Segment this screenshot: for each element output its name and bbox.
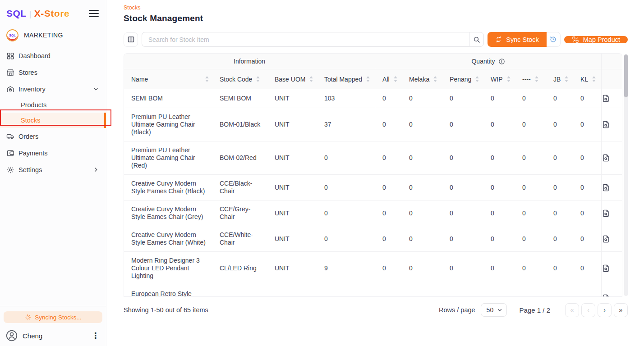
hamburger-menu-icon[interactable] — [89, 10, 99, 17]
view-stock-button[interactable] — [601, 285, 622, 297]
file-search-icon — [602, 183, 610, 192]
map-product-icon — [572, 36, 579, 43]
column-header-total-mapped: Total Mapped — [317, 69, 375, 89]
base-uom-cell: UNIT — [267, 108, 317, 141]
sort-icon[interactable] — [394, 76, 397, 82]
quantity-cell: 0 — [573, 89, 601, 108]
sidebar-item-dashboard[interactable]: Dashboard — [0, 47, 106, 64]
sort-icon[interactable] — [309, 76, 313, 82]
sidebar-item-label: Orders — [18, 133, 99, 140]
quantity-cell: 0 — [546, 252, 573, 285]
sidebar-item-stocks[interactable]: Stocks — [0, 113, 106, 128]
quantity-cell: 0 — [375, 200, 402, 226]
sidebar-nav: Dashboard Stores Inventory Products Stoc… — [0, 47, 106, 178]
quantity-cell: 0 — [402, 252, 442, 285]
sql-logo-text: SQL — [6, 8, 27, 19]
view-stock-button[interactable] — [601, 141, 622, 175]
sidebar-item-label: Stocks — [21, 117, 41, 124]
map-product-label: Map Product — [583, 36, 620, 43]
sync-stock-button[interactable]: Sync Stock — [488, 32, 547, 47]
rows-per-page-select[interactable]: 50 — [481, 303, 507, 317]
quantity-cell: 0 — [546, 108, 573, 141]
breadcrumb[interactable]: Stocks — [124, 5, 628, 11]
sidebar-item-products[interactable]: Products — [0, 97, 106, 113]
table-row: European Retro Style Table — [124, 285, 622, 297]
info-icon[interactable] — [498, 58, 505, 65]
column-header-jb: JB — [546, 69, 573, 89]
vertical-scrollbar-track[interactable] — [624, 54, 628, 296]
user-name: Cheng — [23, 332, 86, 340]
map-product-button[interactable]: Map Product — [564, 36, 628, 43]
stock-code-cell: BOM-01/Black — [212, 108, 267, 141]
view-stock-button[interactable] — [601, 200, 622, 226]
quantity-cell: 0 — [402, 175, 442, 200]
search-input[interactable] — [142, 32, 469, 47]
x-store-logo-text: X-Store — [34, 8, 69, 19]
sidebar-item-settings[interactable]: Settings — [0, 161, 106, 178]
quantity-cell: 0 — [442, 108, 483, 141]
vertical-scrollbar-thumb[interactable] — [624, 55, 628, 97]
quantity-cell: 0 — [573, 141, 601, 175]
sync-history-button[interactable] — [547, 32, 561, 47]
table-row: Premium PU Leather Ultimate Gaming Chair… — [124, 108, 622, 141]
column-header-penang: Penang — [442, 69, 483, 89]
quantity-cell — [483, 285, 515, 297]
base-uom-cell: UNIT — [267, 252, 317, 285]
sort-icon[interactable] — [565, 76, 568, 82]
quantity-cell: 0 — [375, 89, 402, 108]
chevron-right-icon — [93, 167, 99, 173]
sort-icon[interactable] — [433, 76, 437, 82]
sidebar-item-label: Inventory — [18, 86, 89, 93]
sort-icon[interactable] — [366, 76, 370, 82]
file-search-icon — [602, 264, 610, 273]
pagination-next-button[interactable]: › — [598, 303, 612, 317]
quantity-cell: 0 — [442, 175, 483, 200]
total-mapped-cell: 37 — [317, 108, 375, 141]
quantity-cell — [402, 285, 442, 297]
pagination-first-button[interactable]: « — [565, 303, 579, 317]
sync-stock-group: Sync Stock — [488, 32, 561, 47]
table-row: Premium PU Leather Ultimate Gaming Chair… — [124, 141, 622, 175]
rows-per-page-value: 50 — [487, 306, 494, 314]
sort-icon[interactable] — [592, 76, 596, 82]
column-settings-button[interactable] — [124, 32, 138, 47]
sort-icon[interactable] — [256, 76, 260, 82]
sidebar-item-label: Stores — [18, 69, 99, 76]
sort-icon[interactable] — [535, 76, 538, 82]
sidebar-item-payments[interactable]: Payments — [0, 145, 106, 161]
quantity-cell: 0 — [515, 175, 546, 200]
sidebar-item-label: Payments — [18, 150, 99, 157]
view-stock-button[interactable] — [601, 89, 622, 108]
view-stock-button[interactable] — [601, 226, 622, 252]
sidebar-item-label: Dashboard — [18, 52, 99, 59]
pagination-last-button[interactable]: » — [614, 303, 628, 317]
group-header-quantity: Quantity — [375, 54, 601, 69]
sidebar-item-inventory[interactable]: Inventory — [0, 81, 106, 97]
column-header-kl: KL — [573, 69, 601, 89]
quantity-cell: 0 — [375, 252, 402, 285]
sidebar-item-orders[interactable]: Orders — [0, 128, 106, 145]
quantity-cell: 0 — [442, 252, 483, 285]
app-logo: SQL | X-Store — [6, 8, 69, 19]
sidebar-item-label: Settings — [18, 166, 89, 173]
workspace-row[interactable]: SQL MARKETING — [0, 28, 106, 42]
quantity-cell: 0 — [402, 141, 442, 175]
search-group — [142, 32, 484, 47]
search-button[interactable] — [469, 32, 484, 47]
sidebar-item-stores[interactable]: Stores — [0, 64, 106, 81]
user-menu-kebab-icon[interactable]: ⋮ — [91, 332, 101, 340]
pagination-prev-button[interactable]: ‹ — [581, 303, 595, 317]
sort-icon[interactable] — [475, 76, 479, 82]
base-uom-cell — [267, 285, 317, 297]
sort-icon[interactable] — [507, 76, 511, 82]
showing-text: Showing 1-50 out of 65 items — [124, 306, 208, 314]
view-stock-button[interactable] — [601, 175, 622, 200]
view-stock-button[interactable] — [601, 108, 622, 141]
quantity-cell: 0 — [442, 200, 483, 226]
sort-icon[interactable] — [205, 76, 209, 82]
stock-code-cell — [212, 285, 267, 297]
file-search-icon — [602, 294, 610, 297]
view-stock-button[interactable] — [601, 252, 622, 285]
quantity-cell — [546, 285, 573, 297]
quantity-cell: 0 — [375, 141, 402, 175]
